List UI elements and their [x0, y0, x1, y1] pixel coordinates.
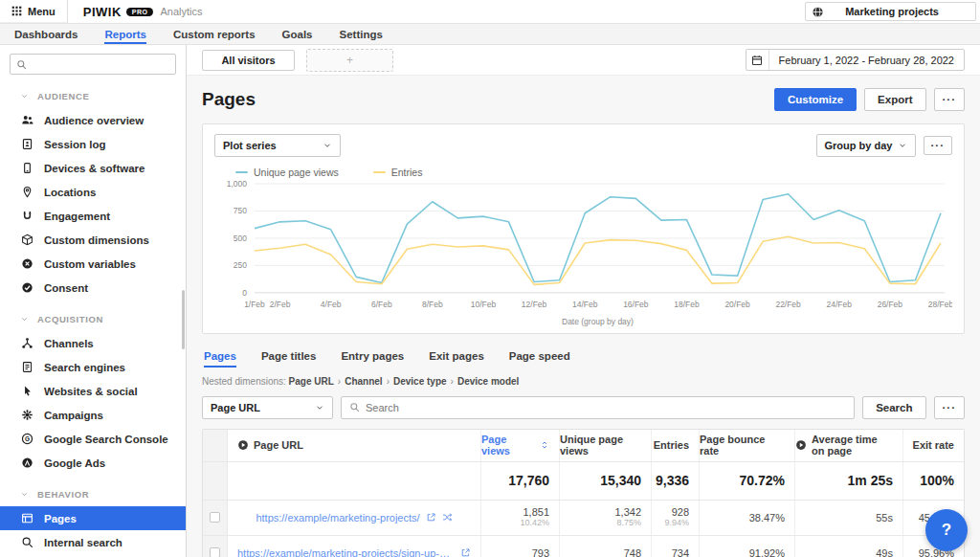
sidebar-section-label: ACQUISITION: [37, 314, 103, 324]
svg-text:8/Feb: 8/Feb: [422, 300, 443, 309]
export-button[interactable]: Export: [864, 88, 925, 111]
sidebar-search-input[interactable]: [32, 58, 169, 70]
page-title: Pages: [202, 89, 256, 110]
cell-value: 38.47%: [749, 512, 785, 524]
sidebar-item-google-search-console[interactable]: GGoogle Search Console: [0, 427, 186, 451]
nested-dimensions: Nested dimensions: Page URL›Channel›Devi…: [202, 376, 965, 387]
sidebar-item-label: Channels: [44, 338, 94, 349]
sidebar-item-label: Google Search Console: [44, 434, 168, 445]
add-segment-button[interactable]: +: [306, 49, 393, 72]
sidebar-item-campaigns[interactable]: Campaigns: [0, 403, 186, 427]
sidebar-item-engagement[interactable]: Engagement: [0, 204, 186, 228]
dimension-label: Page URL: [211, 402, 260, 413]
pages-table: Page URLPage viewsUnique page viewsEntri…: [202, 429, 965, 557]
cell-value: 748: [624, 547, 641, 557]
chevron-down-icon: [20, 92, 29, 100]
tab-page-speed[interactable]: Page speed: [509, 350, 570, 368]
main-panel: All visitors + February 1, 2022 - Februa…: [187, 45, 980, 557]
tab-exit-pages[interactable]: Exit pages: [429, 350, 484, 368]
row-cell-avg_time: 49s: [794, 536, 902, 557]
brand-analytics: Analytics: [160, 6, 202, 17]
sidebar-item-custom-variables[interactable]: Custom variables: [0, 252, 186, 276]
page-url-link[interactable]: https://example/marketing-projects/sign-…: [237, 547, 455, 557]
sort-icon: [540, 440, 549, 450]
table-row: https://example/marketing-projects/1,851…: [203, 501, 964, 536]
circle-check-icon: [20, 281, 33, 294]
nav-tab-goals[interactable]: Goals: [282, 24, 313, 44]
nav-tab-reports[interactable]: Reports: [104, 24, 145, 44]
nested-dimension-device-type: Device type: [393, 376, 447, 387]
tab-page-titles[interactable]: Page titles: [261, 350, 317, 368]
sidebar-section-audience[interactable]: AUDIENCE: [0, 77, 186, 108]
column-header-page-views[interactable]: Page views: [480, 430, 559, 461]
cell-value: 91.92%: [749, 547, 785, 557]
external-link-icon[interactable]: [426, 512, 436, 523]
sidebar-search[interactable]: [10, 54, 176, 75]
cell-percentage: 10.42%: [520, 518, 549, 528]
sidebar-item-audience-overview[interactable]: Audience overview: [0, 108, 186, 132]
menu-button[interactable]: Menu: [0, 0, 68, 23]
chevron-down-icon: [20, 490, 29, 499]
table-more-button[interactable]: ···: [934, 396, 966, 419]
legend-swatch: [235, 171, 248, 174]
project-selector[interactable]: Marketing projects: [805, 2, 976, 21]
summary-cell-exit: 100%: [902, 462, 964, 500]
sidebar-item-locations[interactable]: Locations: [0, 180, 186, 204]
gads-icon: [20, 457, 33, 469]
nav-tab-dashboards[interactable]: Dashboards: [14, 24, 78, 44]
legend-item-unique-page-views[interactable]: Unique page views: [235, 167, 339, 178]
sidebar-item-custom-dimensions[interactable]: Custom dimensions: [0, 228, 186, 252]
primary-nav: DashboardsReportsCustom reportsGoalsSett…: [0, 23, 980, 45]
sidebar-item-websites-social[interactable]: Websites & social: [0, 379, 186, 403]
report-tabs: PagesPage titlesEntry pagesExit pagesPag…: [202, 350, 965, 368]
date-range-label: February 1, 2022 - February 28, 2022: [769, 50, 964, 70]
sidebar-item-google-ads[interactable]: Google Ads: [0, 451, 186, 475]
group-by-select[interactable]: Group by day: [816, 134, 916, 157]
sidebar-item-devices-software[interactable]: Devices & software: [0, 156, 186, 180]
sidebar-item-internal-search[interactable]: Internal search: [0, 530, 186, 554]
nav-tab-settings[interactable]: Settings: [340, 24, 383, 44]
tab-pages[interactable]: Pages: [204, 350, 236, 368]
table-search: [341, 396, 855, 419]
chevron-down-icon: [323, 141, 332, 150]
svg-text:10/Feb: 10/Feb: [471, 300, 497, 309]
sidebar-item-pages[interactable]: Pages: [0, 506, 186, 530]
svg-text:1,000: 1,000: [227, 179, 247, 189]
customize-button[interactable]: Customize: [774, 88, 857, 111]
location-icon: [20, 186, 33, 198]
search-button[interactable]: Search: [862, 396, 925, 419]
sidebar-section-behavior[interactable]: BEHAVIOR: [0, 475, 186, 506]
row-checkbox[interactable]: [210, 547, 220, 557]
dimension-select[interactable]: Page URL: [202, 396, 333, 419]
row-checkbox[interactable]: [210, 512, 220, 523]
sidebar-section-acquisition[interactable]: ACQUISITION: [0, 300, 186, 331]
sidebar-section-label: BEHAVIOR: [37, 489, 89, 500]
table-search-input[interactable]: [366, 402, 846, 413]
browser-icon: [20, 512, 33, 524]
sidebar-item-consent[interactable]: Consent: [0, 276, 186, 300]
page-url-link[interactable]: https://example/marketing-projects/: [256, 512, 419, 524]
report-more-button[interactable]: ···: [934, 88, 966, 111]
sidebar-item-channels[interactable]: Channels: [0, 331, 186, 355]
sidebar-scrollbar[interactable]: [182, 290, 185, 349]
nav-tab-custom-reports[interactable]: Custom reports: [173, 24, 256, 44]
date-range-picker[interactable]: February 1, 2022 - February 28, 2022: [746, 49, 965, 71]
flow-icon[interactable]: [442, 512, 453, 523]
sidebar-item-session-log[interactable]: Session log: [0, 132, 186, 156]
svg-text:Date (group by day): Date (group by day): [562, 317, 634, 326]
tab-entry-pages[interactable]: Entry pages: [341, 350, 404, 368]
plot-series-select[interactable]: Plot series: [214, 134, 341, 157]
row-cell-entries: 9289.94%: [651, 501, 699, 535]
sidebar-item-label: Audience overview: [44, 115, 144, 126]
summary-checkbox-cell: [203, 462, 228, 500]
help-button[interactable]: ?: [925, 509, 968, 551]
legend-item-entries[interactable]: Entries: [373, 167, 423, 178]
flower-icon: [20, 409, 33, 421]
summary-cell-unique: 15,340: [559, 462, 651, 500]
row-cell-url: https://example/marketing-projects/sign-…: [228, 536, 480, 557]
external-link-icon[interactable]: [460, 547, 471, 557]
segment-all-visitors[interactable]: All visitors: [202, 50, 295, 71]
column-label: Page views: [481, 434, 535, 457]
sidebar-item-search-engines[interactable]: Search engines: [0, 355, 186, 379]
chart-more-button[interactable]: ···: [924, 136, 953, 155]
